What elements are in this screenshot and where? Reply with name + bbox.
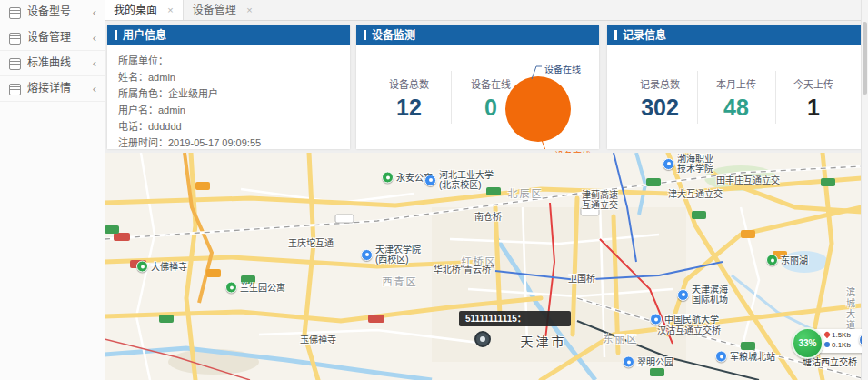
- map-label-text: 汉沽互通立交桥: [657, 325, 721, 335]
- map-label: 汉沽互通立交桥: [657, 325, 721, 335]
- user-info-body: 所属单位： 姓名：admin 所属角色：企业级用户 用户名：admin 电话：d…: [107, 45, 350, 149]
- map-label-text: 天津滨海 国际机场: [692, 285, 728, 305]
- map-poi-label[interactable]: 东丽湖: [766, 255, 808, 266]
- user-row: 所属角色：企业级用户: [118, 85, 218, 100]
- device-monitor-card: 设备监测 设备总数 12 设备在线 0 设备在线 设备离线: [356, 25, 599, 149]
- map-poi-label[interactable]: 中国民航大学: [650, 314, 719, 325]
- document-icon: [9, 58, 21, 70]
- tab-device-management[interactable]: 设备管理 ×: [184, 0, 262, 20]
- sidebar-item-label: 设备型号: [27, 5, 71, 18]
- map-label-text: 北辰区: [508, 188, 544, 199]
- green-poi-icon[interactable]: [136, 261, 148, 273]
- map-label-text: 军粮城北站: [730, 352, 775, 362]
- map-label: 天津市: [521, 337, 567, 347]
- map-label: 田丰庄互通立交: [716, 175, 780, 185]
- blue-poi-icon[interactable]: [424, 175, 436, 186]
- user-info-card: 用户信息 所属单位： 姓名：admin 所属角色：企业级用户 用户名：admin…: [107, 25, 350, 149]
- close-icon[interactable]: ×: [246, 5, 252, 15]
- device-marker-icon[interactable]: [474, 331, 491, 347]
- blue-poi-icon[interactable]: [677, 289, 689, 301]
- map-label-text: 东丽湖: [781, 255, 808, 265]
- sidebar-item-device-management[interactable]: 设备管理 ‹: [0, 25, 105, 51]
- card-title: 用户信息: [123, 29, 166, 42]
- accent-bar: [115, 30, 117, 40]
- stat-today-uploads: 今天上传 1: [793, 76, 833, 121]
- map-poi-label[interactable]: 兰生园公寓: [225, 282, 285, 294]
- map-label-text: 滨城大道: [845, 287, 855, 331]
- card-title: 记录信息: [623, 29, 666, 42]
- map-label-text: 翠明公园: [637, 357, 673, 367]
- map-poi-label[interactable]: 天津农学院 (西校区): [361, 245, 421, 265]
- green-poi-icon[interactable]: [382, 172, 394, 184]
- chevron-left-icon: ‹: [93, 76, 96, 101]
- map-poi-label[interactable]: 天津滨海 国际机场: [677, 285, 728, 305]
- map-label-text: 大佛禅寺: [151, 262, 187, 272]
- chevron-left-icon: ‹: [93, 51, 96, 75]
- sidebar-item-label: 标准曲线: [27, 56, 71, 69]
- user-row: 姓名：admin: [118, 69, 175, 84]
- map-label-text: 东丽区: [604, 334, 639, 345]
- card-header: 记录信息: [607, 25, 862, 45]
- accent-bar: [364, 30, 366, 40]
- map-label: 津大互通立交: [668, 189, 723, 199]
- sidebar-item-device-model[interactable]: 设备型号 ‹: [0, 0, 105, 25]
- scrollbar-thumb[interactable]: [863, 22, 867, 95]
- map-label-text: 天津市: [521, 335, 567, 349]
- map-label: 东丽区: [604, 335, 639, 345]
- map-label-text: 玉佛禅寺: [300, 335, 336, 345]
- card-title: 设备监测: [372, 29, 415, 42]
- green-poi-icon[interactable]: [225, 282, 237, 294]
- blue-poi-icon[interactable]: [361, 249, 373, 261]
- traffic-row: 1.5Kb: [824, 331, 851, 339]
- user-row: 电话：dddddd: [118, 118, 182, 133]
- blue-poi-icon[interactable]: [650, 314, 662, 325]
- map-label: 华北桥“青云桥”: [434, 265, 494, 275]
- dot-icon: [824, 342, 830, 347]
- accent-bar: [614, 30, 617, 40]
- traffic-row: 0.1Kb: [824, 341, 851, 349]
- map-label: 滨城大道: [845, 287, 855, 331]
- map-label: 王庆坨互通: [288, 238, 334, 248]
- sidebar-item-label: 设备管理: [27, 31, 71, 44]
- traffic-percent-badge[interactable]: 33%: [792, 327, 823, 359]
- map-poi-label[interactable]: 大佛禅寺: [136, 261, 187, 273]
- map-label-text: 渤海职业 技术学院: [677, 154, 713, 174]
- map-label: 北辰区: [508, 189, 544, 199]
- map-poi-label[interactable]: 渤海职业 技术学院: [663, 154, 713, 174]
- chevron-left-icon: ‹: [93, 0, 96, 25]
- card-header: 用户信息: [107, 25, 350, 45]
- stat-records-total: 记录总数 302: [640, 76, 680, 121]
- map[interactable]: 北辰区红桥区西青区东丽区天津市王庆坨互通南仓桥津蓟高速 互通立交津大互通立交田丰…: [105, 153, 862, 380]
- tab-my-desktop[interactable]: 我的桌面 ×: [105, 0, 184, 20]
- document-icon: [9, 7, 21, 19]
- blue-poi-icon[interactable]: [715, 351, 727, 363]
- user-row: 注册时间：2019-05-17 09:09:55: [118, 135, 261, 149]
- close-icon[interactable]: ×: [167, 5, 173, 15]
- map-label: 卫国桥: [568, 274, 595, 284]
- green-poi-icon[interactable]: [766, 255, 778, 266]
- vertical-scrollbar[interactable]: [861, 0, 868, 380]
- map-label-text: 兰生园公寓: [240, 283, 285, 293]
- map-label-text: 津蓟高速 互通立交: [582, 190, 618, 210]
- map-label-text: 华北桥“青云桥”: [434, 265, 494, 275]
- sidebar-item-standard-curve[interactable]: 标准曲线 ‹: [0, 51, 105, 76]
- blue-poi-icon[interactable]: [623, 356, 634, 368]
- map-label-text: 卫国桥: [568, 274, 595, 284]
- map-poi-label[interactable]: 翠明公园: [623, 356, 673, 368]
- sidebar-item-splice-details[interactable]: 熔接详情 ‹: [0, 76, 105, 102]
- map-poi-label[interactable]: 河北工业大学 (北京校区): [424, 170, 494, 190]
- device-tooltip: 51111111115：: [459, 311, 571, 326]
- divider: [697, 71, 698, 124]
- records-info-body: 记录总数 302 本月上传 48 今天上传 1: [607, 45, 862, 149]
- map-label-text: 河北工业大学 (北京校区): [439, 170, 494, 190]
- map-label: 西青区: [383, 277, 418, 287]
- blue-poi-icon[interactable]: [663, 158, 674, 170]
- map-label-text: 田丰庄互通立交: [716, 175, 780, 185]
- map-poi-label[interactable]: 军粮城北站: [715, 351, 775, 363]
- divider: [775, 71, 776, 124]
- user-row: 用户名：admin: [118, 102, 185, 116]
- document-icon: [9, 33, 21, 45]
- stat-month-uploads: 本月上传 48: [716, 76, 756, 121]
- sidebar: 设备型号 ‹ 设备管理 ‹ 标准曲线 ‹ 熔接详情 ‹: [0, 0, 105, 380]
- pin-icon: [823, 331, 831, 338]
